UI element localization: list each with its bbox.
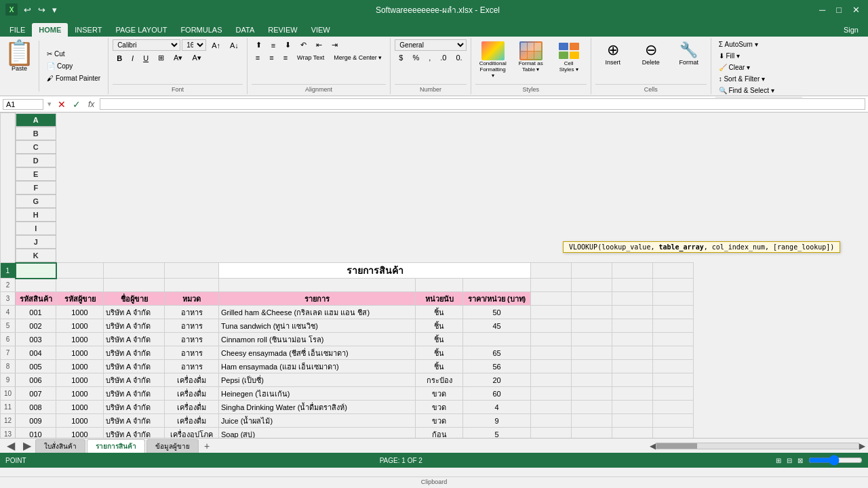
header-cell-1[interactable]: รหัสผู้ขาย	[56, 292, 104, 306]
horizontal-scrollbar[interactable]	[656, 443, 859, 449]
qa-dropdown[interactable]: ▾	[50, 4, 59, 16]
cell-K-13[interactable]	[653, 428, 694, 439]
cell-unit-7[interactable]: ชิ้น	[416, 346, 463, 360]
cell-cat-9[interactable]: เครื่องดื่ม	[165, 373, 219, 387]
wrap-text-button[interactable]: Wrap Text	[293, 53, 328, 62]
cell-I-8[interactable]	[572, 360, 612, 373]
sheet-tab-orders[interactable]: ใบสั่งสินค้า	[35, 439, 85, 453]
number-format-select[interactable]: General	[395, 39, 466, 51]
cell-D2[interactable]	[165, 279, 219, 292]
tab-view[interactable]: VIEW	[304, 23, 337, 37]
cell-vendor-9[interactable]: บริษัท A จำกัด	[104, 373, 165, 387]
tab-formulas[interactable]: FORMULAS	[174, 23, 229, 37]
cell-id-11[interactable]: 008	[16, 401, 56, 414]
cell-cat-6[interactable]: อาหาร	[165, 333, 219, 346]
cell-K-4[interactable]	[653, 306, 694, 319]
align-left-button[interactable]: ≡	[252, 52, 264, 63]
insert-button[interactable]: ⊕ Insert	[595, 39, 631, 68]
cell-unit-6[interactable]: ชิ้น	[416, 333, 463, 346]
extra-h-3[interactable]	[653, 292, 694, 306]
cell-H-4[interactable]	[531, 306, 572, 319]
cell-price-13[interactable]: 5	[463, 428, 531, 439]
cell-id-10[interactable]: 007	[16, 387, 56, 401]
cell-H-11[interactable]	[531, 401, 572, 414]
cell-unit-9[interactable]: กระป๋อง	[416, 373, 463, 387]
cell-vendor-id-4[interactable]: 1000	[56, 306, 104, 319]
align-center-button[interactable]: ≡	[265, 52, 277, 63]
cell-vendor-11[interactable]: บริษัท A จำกัด	[104, 401, 165, 414]
increase-font-button[interactable]: A↑	[208, 40, 224, 51]
cell-vendor-id-12[interactable]: 1000	[56, 414, 104, 428]
cell-G2[interactable]	[463, 279, 531, 292]
cell-item-7[interactable]: Cheesy ensaymada (ชีสซี่ เอ็นเซมาดา)	[219, 346, 416, 360]
sheet-tab-products[interactable]: รายการสินค้า	[87, 439, 145, 453]
cell-H-12[interactable]	[531, 414, 572, 428]
cell-I-11[interactable]	[572, 401, 612, 414]
cell-J-12[interactable]	[612, 414, 653, 428]
header-cell-4[interactable]: รายการ	[219, 292, 416, 306]
cell-vendor-13[interactable]: บริษัท A จำกัด	[104, 428, 165, 439]
tab-page-layout[interactable]: PAGE LAYOUT	[108, 23, 174, 37]
align-top-button[interactable]: ⬆	[252, 39, 266, 51]
format-painter-button[interactable]: 🖌 Format Painter	[43, 73, 104, 83]
cell-A1[interactable]	[16, 263, 56, 279]
sheet-nav-right[interactable]: ▶	[19, 438, 35, 453]
cell-J2[interactable]	[612, 279, 653, 292]
view-page-break-button[interactable]: ⊠	[797, 457, 803, 464]
cell-I2[interactable]	[572, 279, 612, 292]
cell-styles-button[interactable]: CellStyles ▾	[551, 39, 587, 75]
header-cell-3[interactable]: หมวด	[165, 292, 219, 306]
cell-id-8[interactable]: 005	[16, 360, 56, 373]
cell-unit-13[interactable]: ก้อน	[416, 428, 463, 439]
cell-price-12[interactable]: 9	[463, 414, 531, 428]
cell-unit-8[interactable]: ชิ้น	[416, 360, 463, 373]
maximize-button[interactable]: □	[833, 5, 844, 15]
cell-C2[interactable]	[104, 279, 165, 292]
cell-item-11[interactable]: Singha Drinking Water (น้ำดื่มตราสิงห์)	[219, 401, 416, 414]
col-header-F[interactable]: F	[16, 181, 56, 195]
cell-A2[interactable]	[16, 279, 56, 292]
extra-h-0[interactable]	[531, 292, 572, 306]
cell-price-11[interactable]: 4	[463, 401, 531, 414]
cell-vendor-12[interactable]: บริษัท A จำกัด	[104, 414, 165, 428]
cell-cat-12[interactable]: เครื่องดื่ม	[165, 414, 219, 428]
tab-insert[interactable]: INSERT	[68, 23, 108, 37]
add-sheet-button[interactable]: +	[200, 439, 214, 453]
cell-J-5[interactable]	[612, 319, 653, 333]
cell-vendor-10[interactable]: บริษัท A จำกัด	[104, 387, 165, 401]
cell-unit-12[interactable]: ขวด	[416, 414, 463, 428]
cell-I-5[interactable]	[572, 319, 612, 333]
extra-h-2[interactable]	[612, 292, 653, 306]
cancel-formula-button[interactable]: ✕	[56, 99, 68, 110]
view-page-layout-button[interactable]: ⊟	[787, 457, 792, 464]
cell-H-10[interactable]	[531, 387, 572, 401]
cell-I-4[interactable]	[572, 306, 612, 319]
col-header-D[interactable]: D	[16, 154, 56, 167]
col-header-A[interactable]: A	[16, 113, 56, 127]
col-header-K[interactable]: K	[16, 249, 56, 262]
cell-I-7[interactable]	[572, 346, 612, 360]
sign-in[interactable]: Sign	[837, 23, 865, 37]
cell-cat-8[interactable]: อาหาร	[165, 360, 219, 373]
cell-K-7[interactable]	[653, 346, 694, 360]
zoom-slider[interactable]	[808, 455, 863, 466]
sheet-nav-left[interactable]: ◀	[3, 438, 19, 453]
cell-unit-4[interactable]: ชิ้น	[416, 306, 463, 319]
align-right-button[interactable]: ≡	[279, 52, 292, 63]
cell-D1[interactable]	[165, 263, 219, 279]
cell-K1[interactable]	[653, 263, 694, 279]
cell-F2[interactable]	[416, 279, 463, 292]
cell-item-5[interactable]: Tuna sandwich (ทูน่า แซนวิช)	[219, 319, 416, 333]
cell-H-6[interactable]	[531, 333, 572, 346]
cell-cat-13[interactable]: เครื่องอุปโภค	[165, 428, 219, 439]
merge-center-button[interactable]: Merge & Center ▾	[330, 53, 386, 62]
cell-vendor-4[interactable]: บริษัท A จำกัด	[104, 306, 165, 319]
cell-I-6[interactable]	[572, 333, 612, 346]
minimize-button[interactable]: ─	[816, 5, 828, 15]
cell-J-11[interactable]	[612, 401, 653, 414]
autosum-button[interactable]: Σ AutoSum ▾	[715, 39, 762, 49]
cell-id-9[interactable]: 006	[16, 373, 56, 387]
cell-price-6[interactable]	[463, 333, 531, 346]
conditional-formatting-button[interactable]: ConditionalFormatting ▾	[475, 39, 511, 81]
cell-id-4[interactable]: 001	[16, 306, 56, 319]
